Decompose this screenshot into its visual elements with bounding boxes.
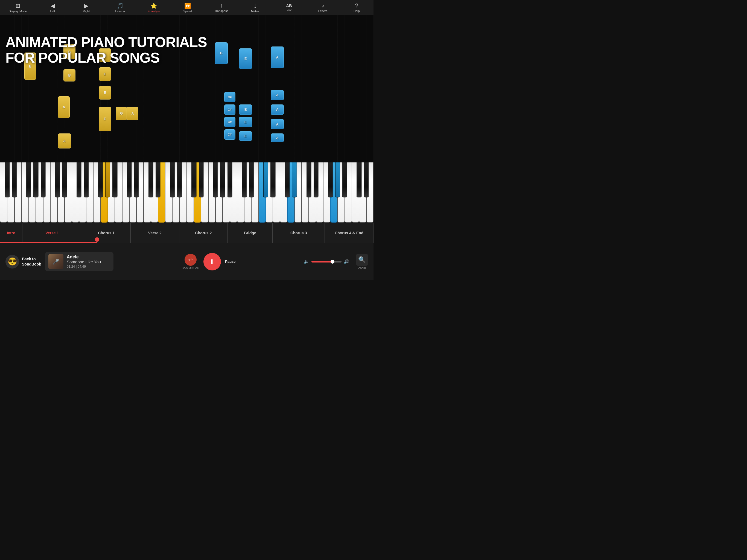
note-B-blue-1: B bbox=[215, 42, 228, 64]
left-hand-label: Left bbox=[50, 9, 55, 13]
note-C#-blue-1: C# bbox=[224, 92, 235, 102]
white-key-40[interactable] bbox=[287, 162, 294, 223]
white-key-47[interactable] bbox=[337, 162, 344, 223]
white-key-15[interactable] bbox=[108, 162, 115, 223]
white-key-14[interactable] bbox=[101, 162, 108, 223]
white-key-28[interactable] bbox=[201, 162, 208, 223]
white-key-13[interactable] bbox=[93, 162, 100, 223]
white-key-16[interactable] bbox=[115, 162, 122, 223]
section-chorus3[interactable]: Chorus 3 bbox=[273, 223, 325, 243]
white-key-22[interactable] bbox=[158, 162, 165, 223]
white-key-36[interactable] bbox=[259, 162, 266, 223]
help-btn[interactable]: ? Help bbox=[349, 2, 365, 12]
note-A-blue-5: A bbox=[271, 133, 284, 142]
white-key-9[interactable] bbox=[65, 162, 72, 223]
white-key-18[interactable] bbox=[129, 162, 136, 223]
help-label: Help bbox=[354, 9, 360, 12]
note-E-blue-3: E bbox=[239, 117, 252, 127]
note-G-1: G bbox=[115, 107, 127, 120]
white-key-45[interactable] bbox=[323, 162, 330, 223]
white-key-37[interactable] bbox=[266, 162, 273, 223]
white-key-27[interactable] bbox=[194, 162, 201, 223]
white-key-25[interactable] bbox=[180, 162, 187, 223]
white-key-24[interactable] bbox=[172, 162, 179, 223]
lesson-btn[interactable]: 🎵 Lesson bbox=[112, 2, 128, 13]
white-key-41[interactable] bbox=[294, 162, 302, 223]
section-chorus4end[interactable]: Chorus 4 & End bbox=[325, 223, 374, 243]
white-key-11[interactable] bbox=[79, 162, 86, 223]
section-verse2[interactable]: Verse 2 bbox=[131, 223, 179, 243]
white-key-39[interactable] bbox=[280, 162, 287, 223]
progress-section: IntroVerse 1Chorus 1Verse 2Chorus 2Bridg… bbox=[0, 223, 374, 243]
white-key-49[interactable] bbox=[352, 162, 359, 223]
white-key-21[interactable] bbox=[151, 162, 158, 223]
white-key-12[interactable] bbox=[86, 162, 93, 223]
white-key-19[interactable] bbox=[136, 162, 144, 223]
white-key-3[interactable] bbox=[22, 162, 29, 223]
white-key-8[interactable] bbox=[57, 162, 65, 223]
white-key-48[interactable] bbox=[345, 162, 352, 223]
white-key-29[interactable] bbox=[208, 162, 215, 223]
section-intro[interactable]: Intro bbox=[0, 223, 22, 243]
white-key-0[interactable] bbox=[0, 162, 7, 223]
display-mode-btn[interactable]: ⊞ Display Mode bbox=[9, 2, 27, 13]
transpose-btn[interactable]: ↑ Transpose bbox=[213, 2, 230, 12]
white-key-26[interactable] bbox=[187, 162, 194, 223]
zoom-btn[interactable]: 🔍 Zoom bbox=[356, 254, 368, 270]
white-key-35[interactable] bbox=[251, 162, 258, 223]
white-key-33[interactable] bbox=[237, 162, 244, 223]
progress-line bbox=[0, 242, 97, 243]
letters-btn[interactable]: ♪ Letters bbox=[315, 2, 331, 12]
back30-label: Back 30 Sec. bbox=[182, 266, 199, 270]
note-E-5: E bbox=[99, 107, 111, 131]
note-C#-blue-3: C# bbox=[224, 117, 235, 127]
white-key-38[interactable] bbox=[273, 162, 280, 223]
section-chorus1[interactable]: Chorus 1 bbox=[82, 223, 131, 243]
white-key-34[interactable] bbox=[244, 162, 251, 223]
section-chorus2[interactable]: Chorus 2 bbox=[179, 223, 228, 243]
white-key-50[interactable] bbox=[359, 162, 366, 223]
back-to-songbook-btn[interactable]: 😎 Back toSongBook bbox=[5, 255, 41, 269]
white-key-23[interactable] bbox=[165, 162, 172, 223]
pause-btn[interactable]: ⏸ bbox=[203, 253, 221, 271]
speed-label: Speed bbox=[183, 9, 192, 13]
loop-btn[interactable]: AB Loop bbox=[281, 3, 297, 12]
white-key-46[interactable] bbox=[330, 162, 337, 223]
left-hand-btn[interactable]: ◀ Left bbox=[44, 2, 61, 13]
white-key-4[interactable] bbox=[29, 162, 36, 223]
metro-icon: ♩ bbox=[254, 2, 256, 9]
white-key-2[interactable] bbox=[15, 162, 22, 223]
section-verse1[interactable]: Verse 1 bbox=[22, 223, 82, 243]
playback-controls: ↩ Back 30 Sec. ⏸ Pause bbox=[182, 253, 235, 271]
white-key-42[interactable] bbox=[302, 162, 309, 223]
section-bridge[interactable]: Bridge bbox=[228, 223, 273, 243]
white-key-5[interactable] bbox=[36, 162, 43, 223]
white-key-7[interactable] bbox=[50, 162, 57, 223]
sections-bar: IntroVerse 1Chorus 1Verse 2Chorus 2Bridg… bbox=[0, 223, 374, 243]
note-A-blue-3: A bbox=[271, 104, 284, 115]
white-key-10[interactable] bbox=[72, 162, 79, 223]
white-key-32[interactable] bbox=[230, 162, 237, 223]
white-key-31[interactable] bbox=[223, 162, 230, 223]
metro-btn[interactable]: ♩ Metro. bbox=[247, 2, 263, 13]
note-A-blue-4: A bbox=[271, 119, 284, 129]
progress-thumb[interactable] bbox=[95, 237, 99, 242]
white-key-17[interactable] bbox=[122, 162, 129, 223]
white-key-1[interactable] bbox=[7, 162, 14, 223]
volume-slider[interactable] bbox=[311, 261, 341, 262]
white-key-6[interactable] bbox=[43, 162, 50, 223]
metro-label: Metro. bbox=[251, 9, 259, 13]
back30-btn[interactable]: ↩ Back 30 Sec. bbox=[182, 254, 199, 270]
right-hand-btn[interactable]: ▶ Right bbox=[78, 2, 95, 13]
white-key-44[interactable] bbox=[316, 162, 323, 223]
song-art: 🎤 bbox=[48, 254, 63, 269]
white-key-43[interactable] bbox=[309, 162, 316, 223]
speed-btn[interactable]: ⏩ Speed bbox=[179, 2, 196, 13]
freestyle-btn[interactable]: ⭐ Freestyle bbox=[146, 2, 162, 13]
zoom-label: Zoom bbox=[358, 266, 366, 270]
white-key-51[interactable] bbox=[366, 162, 374, 223]
note-A-blue-2: A bbox=[271, 90, 284, 100]
white-key-20[interactable] bbox=[144, 162, 151, 223]
right-hand-label: Right bbox=[83, 9, 90, 13]
white-key-30[interactable] bbox=[215, 162, 223, 223]
